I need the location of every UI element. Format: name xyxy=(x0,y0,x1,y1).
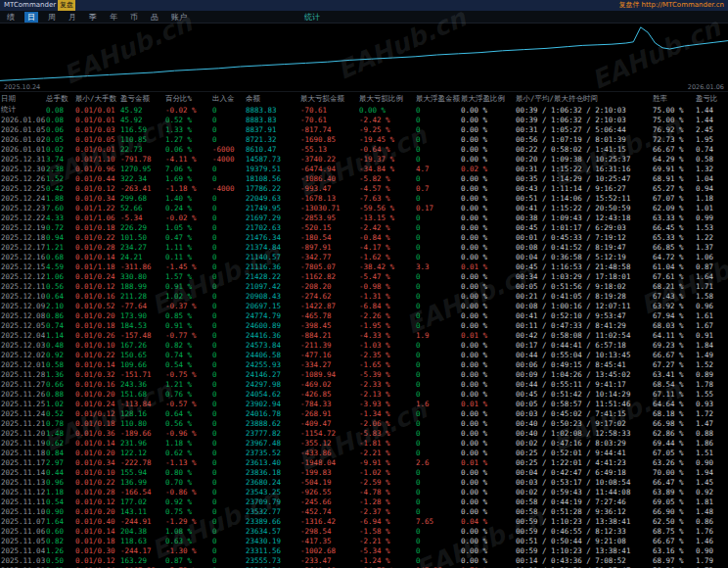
cell: 66.67 % xyxy=(652,350,695,359)
table-row[interactable]: 2025.12.171.210.01/0.28234.271.11 %02137… xyxy=(0,242,728,252)
cell: 1.81 xyxy=(695,497,728,506)
cell: 76.92 % xyxy=(652,124,695,134)
promo-link[interactable]: 复盘伴 http://MTCommander.cn xyxy=(618,0,724,11)
table-row[interactable]: 2025.11.030.500.01/0.12163.290.87 %02355… xyxy=(0,555,728,565)
table-row[interactable]: 2025.12.030.480.01/0.10167.260.82 %02457… xyxy=(0,340,728,350)
table-row[interactable]: 2025.12.250.420.01/0.12-263.41-1.18 %-40… xyxy=(0,183,728,193)
table-row[interactable]: 2025.12.154.590.01/1.18-311.86-1.45 %021… xyxy=(0,261,728,271)
cell: 0.60 xyxy=(45,526,74,536)
table-row[interactable]: 2025.12.080.860.01/0.20173.900.85 %02477… xyxy=(0,310,728,320)
cell: 7.06 % xyxy=(164,164,211,173)
table-row[interactable]: 2025.11.281.360.01/0.32-151.71-0.75 %024… xyxy=(0,369,728,379)
cell: 0 xyxy=(211,359,245,369)
table-row[interactable]: 2025.11.180.840.01/0.20122.120.62 %02373… xyxy=(0,448,728,457)
table-row[interactable]: 2025.11.071.640.01/0.40-244.91-1.29 %023… xyxy=(0,516,728,526)
col-header-11[interactable]: 最大浮盈比例 xyxy=(460,92,515,105)
table-row[interactable]: 2026.01.060.080.01/0.0145.920.52 %08883.… xyxy=(0,115,728,124)
cell: 2026.01.06 xyxy=(0,115,45,124)
table-row[interactable]: 2025.11.201.480.01/0.36-189.66-0.96 %023… xyxy=(0,428,728,438)
col-header-12[interactable]: 最小/平均/最大持仓时间 xyxy=(515,92,652,105)
table-row[interactable]: 2026.01.010.020.01/0.0122.730.06 %-60008… xyxy=(0,144,728,154)
cell: 00:51 / 0:50:44 / 9:21:08 xyxy=(515,536,652,545)
menu-item-2[interactable]: 周 xyxy=(45,12,59,23)
table-row[interactable]: 2025.12.313.740.01/1.10-791.78-4.11 %-40… xyxy=(0,154,728,164)
col-header-1[interactable]: 日期 xyxy=(0,92,45,105)
col-header-6[interactable]: 出入金 xyxy=(211,92,245,105)
table-row[interactable]: 2025.11.110.540.01/0.12177.020.92 %02370… xyxy=(0,497,728,506)
cell: -0.57 % xyxy=(164,399,211,408)
table-row[interactable]: 2025.11.210.780.01/0.18110.800.56 %02388… xyxy=(0,418,728,428)
cell: 统计 xyxy=(0,105,45,115)
table-row[interactable]: 2025.11.100.900.01/0.20143.110.75 %02353… xyxy=(0,506,728,516)
menu-item-8[interactable]: 账户 xyxy=(168,12,190,23)
table-row[interactable]: 2025.12.160.680.01/0.1424.210.11 %021140… xyxy=(0,252,728,261)
table-row[interactable]: 2025.11.060.600.01/0.14204.381.08 %02363… xyxy=(0,526,728,536)
menu-item-1[interactable]: 日 xyxy=(24,12,38,23)
table-row[interactable]: 2026.01.020.050.01/0.05110.851.27 %08721… xyxy=(0,134,728,144)
table-row[interactable]: 2025.11.121.180.01/0.28-166.54-0.86 %023… xyxy=(0,487,728,497)
cell: 0 xyxy=(415,389,460,399)
table-row[interactable]: 2025.11.050.820.01/0.18118.630.63 %02343… xyxy=(0,536,728,545)
table-row[interactable]: 2025.12.237.600.01/1.2252.660.24 %021749… xyxy=(0,203,728,213)
col-header-7[interactable]: 余额 xyxy=(245,92,299,105)
table-row[interactable]: 2025.12.180.940.01/0.22101.500.47 %02147… xyxy=(0,232,728,242)
cell: -70.61 xyxy=(299,105,358,115)
table-row[interactable]: 2025.11.140.440.01/0.10155.940.80 %02383… xyxy=(0,467,728,477)
cell: 322.34 xyxy=(119,173,164,183)
table-row[interactable]: 2025.11.251.020.01/0.24-113.84-0.57 %023… xyxy=(0,399,728,408)
table-row[interactable]: 2025.11.190.620.01/0.14231.961.18 %02396… xyxy=(0,438,728,448)
col-header-2[interactable]: 总手数 xyxy=(45,92,74,105)
table-row[interactable]: 2025.12.302.380.01/0.961270.957.06 %0193… xyxy=(0,164,728,173)
col-header-9[interactable]: 最大亏损比例 xyxy=(358,92,415,105)
chart-start-date: 2025.10.24 xyxy=(4,83,40,91)
cell: 0.00 % xyxy=(460,555,515,565)
table-row[interactable]: 2025.11.041.260.01/0.30-244.17-1.30 %023… xyxy=(0,545,728,555)
table-row[interactable]: 2025.12.110.560.01/0.12188.990.91 %02109… xyxy=(0,281,728,291)
table-row[interactable]: 2025.12.092.100.01/0.52-77.64-0.37 %0206… xyxy=(0,301,728,310)
table-row[interactable]: 2026.01.050.060.01/0.03116.591.33 %08837… xyxy=(0,124,728,134)
table-row[interactable]: 统计0.080.01/0.0145.92-0.02 %08883.83-70.6… xyxy=(0,105,728,115)
cell: -151.71 xyxy=(119,369,164,379)
app-badge: 复盘 xyxy=(58,0,75,11)
cell: 1.33 % xyxy=(164,124,211,134)
table-row[interactable]: 2025.12.224.330.01/1.06-5.34-0.02 %02169… xyxy=(0,213,728,222)
table-row[interactable]: 2025.12.121.060.01/0.24330.801.57 %02142… xyxy=(0,271,728,281)
table-row[interactable]: 2025.11.240.520.01/0.12128.160.64 %02401… xyxy=(0,408,728,418)
menu-item-7[interactable]: 品 xyxy=(148,12,161,23)
table-row[interactable]: 2025.12.020.920.01/0.22150.650.74 %02440… xyxy=(0,350,728,359)
table-row[interactable]: 2025.12.010.580.01/0.14109.660.54 %02425… xyxy=(0,359,728,369)
table-row[interactable]: 2025.12.050.740.01/0.18184.530.91 %02460… xyxy=(0,320,728,330)
cell: -5.39 % xyxy=(358,369,415,379)
table-row[interactable]: 2025.11.172.970.01/0.34-222.78-1.13 %023… xyxy=(0,457,728,467)
cell: -409.47 xyxy=(299,418,358,428)
menu-item-6[interactable]: 币 xyxy=(127,12,141,23)
table-row[interactable]: 2025.11.260.880.01/0.20151.680.76 %02405… xyxy=(0,389,728,399)
table-row[interactable]: 2025.12.261.520.01/0.44322.341.69 %01810… xyxy=(0,173,728,183)
table-row[interactable]: 2025.12.100.640.01/0.16211.281.02 %02090… xyxy=(0,291,728,301)
cell: -19.37 % xyxy=(358,154,415,164)
table-row[interactable]: 2025.11.130.960.01/0.22136.990.70 %02368… xyxy=(0,477,728,487)
col-header-8[interactable]: 最大亏损金额 xyxy=(299,92,358,105)
cell: 0.01/0.24 xyxy=(74,399,119,408)
col-header-4[interactable]: 盈亏金额 xyxy=(119,92,164,105)
col-header-5[interactable]: 百分比% xyxy=(164,92,211,105)
menu-left-item[interactable]: 绩 xyxy=(4,12,18,23)
table-row[interactable]: 2025.11.270.660.01/0.16243.361.21 %02429… xyxy=(0,379,728,389)
menu-stats-item[interactable]: 统计 xyxy=(304,12,320,23)
cell: 0.92 xyxy=(695,487,728,497)
cell: 0 xyxy=(415,301,460,310)
table-row[interactable]: 2025.12.241.880.01/0.34299.681.40 %02204… xyxy=(0,193,728,203)
cell: 0.56 xyxy=(45,281,74,291)
cell: -2.42 % xyxy=(358,115,415,124)
menu-item-4[interactable]: 季 xyxy=(86,12,100,23)
menu-item-5[interactable]: 年 xyxy=(107,12,120,23)
col-header-3[interactable]: 最小/大手数 xyxy=(74,92,119,105)
menu-item-3[interactable]: 月 xyxy=(66,12,79,23)
table-row[interactable]: 2025.12.041.140.01/0.26-157.48-0.77 %024… xyxy=(0,330,728,340)
table-row[interactable]: 2025.12.190.720.01/0.18226.291.05 %02170… xyxy=(0,222,728,232)
cell: 21428.22 xyxy=(245,271,299,281)
cell: 0 xyxy=(415,193,460,203)
col-header-13[interactable]: 胜率 xyxy=(652,92,695,105)
col-header-14[interactable]: 盈亏比 xyxy=(695,92,728,105)
col-header-10[interactable]: 最大浮盈金额 xyxy=(415,92,460,105)
